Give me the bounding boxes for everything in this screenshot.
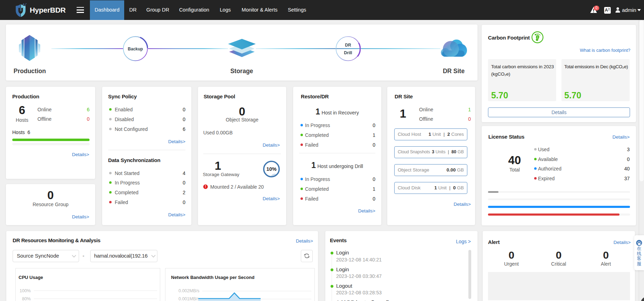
svg-text:Backup: Backup: [128, 47, 143, 51]
svg-text:10%: 10%: [266, 166, 276, 172]
svg-text:Drill: Drill: [344, 50, 352, 55]
svg-text:DR: DR: [345, 43, 351, 48]
